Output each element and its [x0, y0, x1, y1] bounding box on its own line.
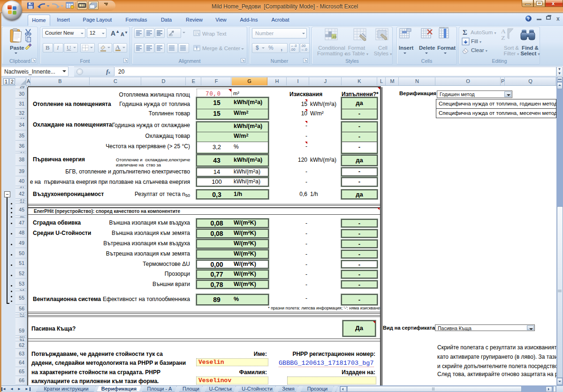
svg-text:?: ?: [527, 16, 530, 21]
svg-text:A: A: [501, 28, 506, 35]
svg-text:ab: ab: [169, 33, 173, 37]
svg-text:Z: Z: [501, 34, 505, 41]
svg-text:35: 35: [332, 35, 336, 39]
